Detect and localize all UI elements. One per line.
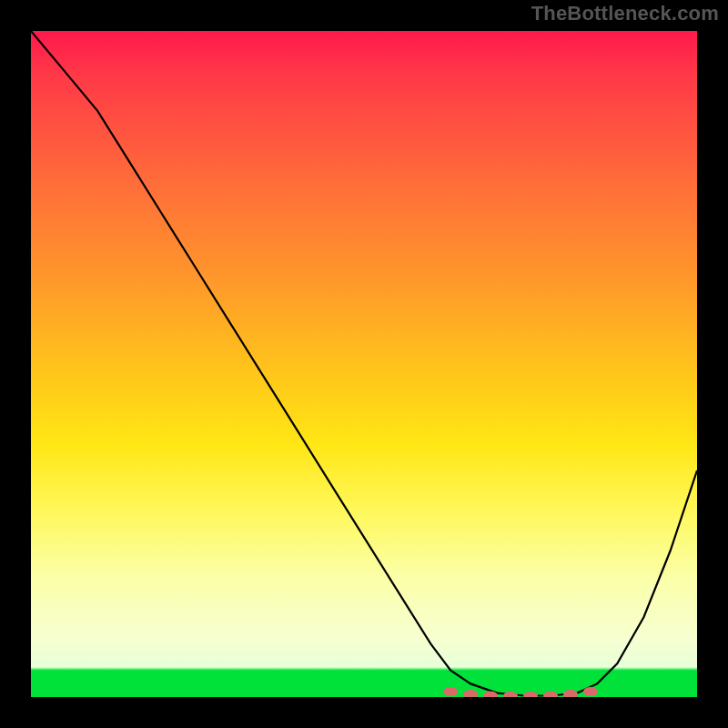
attribution-text: TheBottleneck.com bbox=[531, 2, 719, 25]
optimal-dot bbox=[503, 692, 518, 697]
chart-frame: TheBottleneck.com bbox=[0, 0, 728, 728]
bottleneck-curve-path bbox=[31, 31, 697, 696]
curve-layer bbox=[31, 31, 697, 697]
bottleneck-curve bbox=[31, 31, 697, 696]
optimal-dot bbox=[463, 690, 478, 697]
optimal-dot bbox=[443, 687, 458, 696]
plot-area bbox=[31, 31, 697, 697]
optimal-dot bbox=[523, 692, 538, 697]
optimal-dot bbox=[563, 690, 578, 697]
optimal-dot bbox=[543, 692, 558, 698]
optimal-dot bbox=[583, 687, 598, 696]
